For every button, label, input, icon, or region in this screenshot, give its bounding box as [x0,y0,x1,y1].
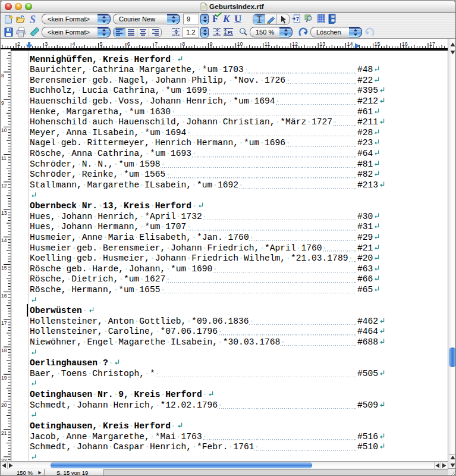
svg-text:16: 16 [1,293,7,299]
svg-text:6: 6 [127,41,130,47]
svg-text:18: 18 [1,347,7,353]
svg-text:20: 20 [1,402,7,408]
svg-text:7: 7 [296,16,299,22]
svg-text:8: 8 [1,73,4,79]
svg-text:3: 3 [45,41,48,47]
svg-text:9: 9 [1,100,4,106]
svg-text:12: 12 [292,41,298,47]
svg-text:14: 14 [1,237,7,243]
svg-text:19: 19 [1,375,7,381]
svg-text:13: 13 [319,41,325,47]
svg-text:10: 10 [237,41,243,47]
svg-text:15: 15 [1,265,7,271]
svg-text:Pt: Pt [228,30,232,35]
svg-text:12: 12 [1,183,7,189]
svg-text:7: 7 [155,41,158,47]
svg-text:21: 21 [1,430,7,436]
svg-text:5: 5 [100,41,103,47]
svg-text:16: 16 [402,41,408,47]
svg-text:15: 15 [375,41,380,47]
svg-text:13: 13 [1,210,7,216]
svg-text:2: 2 [17,41,20,47]
svg-text:4: 4 [72,41,75,47]
svg-text:10: 10 [1,127,7,133]
svg-text:11: 11 [1,155,7,161]
svg-text:14: 14 [347,41,353,47]
svg-text:9: 9 [209,41,212,47]
svg-text:11: 11 [265,41,270,47]
svg-text:17: 17 [1,320,7,326]
svg-text:8: 8 [182,41,185,47]
svg-text:17: 17 [429,41,435,47]
